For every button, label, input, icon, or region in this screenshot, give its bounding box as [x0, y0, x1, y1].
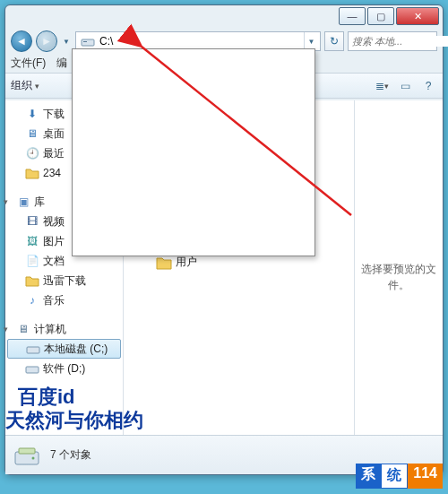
drive-icon: [13, 441, 41, 470]
desktop-icon: 🖥: [25, 126, 39, 141]
sidebar-item-label: 本地磁盘 (C;): [44, 342, 108, 357]
sidebar-item-label: 文档: [43, 254, 65, 269]
drive-icon: [26, 342, 40, 356]
expand-icon[interactable]: ▾: [5, 197, 8, 206]
menu-edit[interactable]: 编: [56, 56, 67, 71]
sidebar-item-label: 视频: [43, 214, 65, 230]
folder-label: 用户: [176, 255, 197, 270]
libraries-icon: ▣: [16, 195, 30, 209]
drive-icon: [81, 34, 95, 48]
menu-file[interactable]: 文件(F): [11, 56, 46, 71]
refresh-button[interactable]: ↻: [324, 31, 344, 51]
sidebar-item-label: 下载: [43, 107, 65, 122]
sidebar-item-label: 234: [43, 167, 61, 179]
views-button[interactable]: ≣: [373, 78, 391, 94]
computer-icon: 🖥: [16, 322, 30, 336]
document-icon: 📄: [25, 254, 39, 268]
sidebar-group-label: 计算机: [34, 322, 66, 337]
sidebar-item-label: 软件 (D;): [43, 361, 85, 377]
address-input[interactable]: [98, 33, 304, 49]
status-count: 7 个对象: [50, 447, 91, 463]
organize-button[interactable]: 组织: [11, 78, 39, 93]
drive-icon: [25, 361, 39, 376]
recent-icon: 🕘: [25, 146, 39, 160]
sidebar-group-computer[interactable]: ▾ 🖥 计算机: [5, 319, 123, 339]
folder-icon: [25, 273, 39, 288]
preview-pane: 选择要预览的文件。: [355, 100, 443, 453]
logo-part-b: 统: [381, 464, 408, 489]
sidebar-item-drive-d[interactable]: 软件 (D;): [5, 359, 123, 378]
maximize-button[interactable]: ▢: [367, 7, 394, 25]
logo-part-a: 系: [356, 464, 381, 489]
download-icon: ⬇: [25, 107, 39, 121]
back-button[interactable]: ◄: [11, 30, 32, 52]
svg-rect-3: [26, 367, 39, 373]
svg-rect-6: [19, 448, 35, 454]
watermark-logo: 系 统 114: [356, 464, 443, 489]
folder-icon: [156, 256, 172, 270]
sidebar-group-label: 库: [34, 195, 45, 210]
forward-button[interactable]: ►: [36, 30, 57, 52]
folder-icon: [25, 166, 39, 180]
sidebar-item-label: 桌面: [43, 126, 65, 142]
titlebar: — ▢ ✕: [5, 5, 443, 29]
svg-rect-2: [27, 347, 39, 353]
nav-history-menu[interactable]: ▼: [61, 30, 72, 52]
sidebar-item-label: 图片: [43, 234, 65, 249]
folder-item-users[interactable]: 用户: [156, 255, 197, 270]
svg-rect-0: [82, 39, 94, 46]
sidebar-item-music[interactable]: ♪ 音乐: [5, 290, 123, 310]
logo-part-c: 114: [408, 464, 443, 489]
svg-rect-1: [83, 41, 87, 42]
picture-icon: 🖼: [25, 234, 39, 248]
svg-point-5: [32, 456, 35, 459]
minimize-button[interactable]: —: [339, 7, 366, 25]
sidebar-item-drive-c[interactable]: 本地磁盘 (C;): [7, 339, 121, 359]
video-icon: 🎞: [25, 214, 39, 229]
address-dropdown-button[interactable]: ▼: [304, 32, 318, 50]
watermark-line2: 天然河与你相约: [5, 407, 143, 434]
search-box[interactable]: [348, 31, 437, 51]
close-button[interactable]: ✕: [396, 7, 439, 25]
sidebar-item-thunder[interactable]: 迅雷下载: [5, 271, 123, 290]
help-button[interactable]: ?: [419, 78, 437, 94]
music-icon: ♪: [25, 293, 39, 308]
sidebar-item-label: 最近: [43, 146, 65, 161]
search-input[interactable]: [352, 36, 448, 47]
preview-pane-button[interactable]: ▭: [396, 78, 414, 94]
preview-placeholder-text: 选择要预览的文件。: [360, 261, 437, 293]
address-dropdown-panel[interactable]: [72, 48, 315, 256]
sidebar-item-label: 迅雷下载: [43, 273, 86, 289]
sidebar-item-label: 音乐: [43, 293, 65, 308]
expand-icon[interactable]: ▾: [5, 325, 8, 334]
